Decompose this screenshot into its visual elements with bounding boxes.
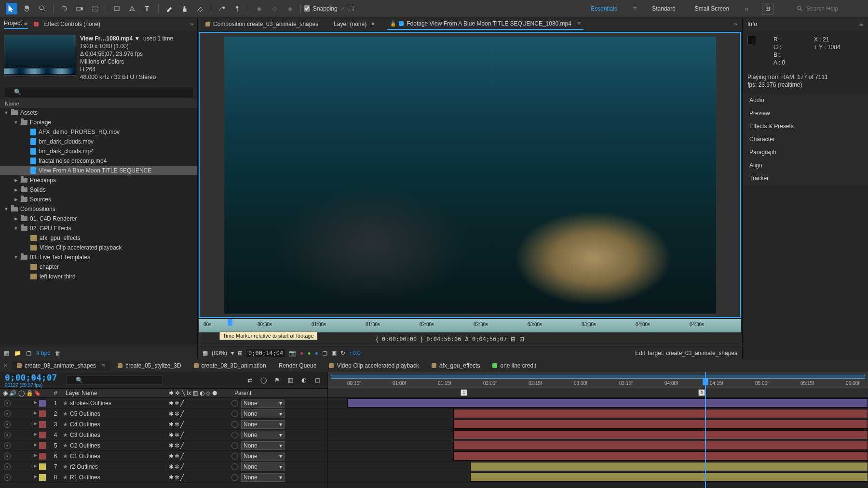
tree-item[interactable]: ▼Compositions — [0, 204, 197, 214]
tree-item[interactable]: bm_dark_clouds.mov — [0, 137, 197, 146]
track[interactable] — [328, 409, 868, 419]
twisty-icon[interactable]: ▶ — [14, 187, 18, 192]
tree-item[interactable]: ▶01. C4D Renderer — [0, 214, 197, 224]
timeline-tab[interactable]: one line credit — [488, 361, 541, 370]
tab-close-icon[interactable]: × — [4, 362, 7, 369]
snapshot-icon[interactable]: 📷 — [289, 350, 296, 356]
workspace-essentials[interactable]: Essentials — [587, 3, 621, 14]
tree-item[interactable]: ▼02. GPU Effects — [0, 224, 197, 233]
workspace-standard[interactable]: Standard — [648, 3, 679, 14]
parent-dropdown[interactable]: None▾ — [241, 462, 285, 471]
tree-header-name[interactable]: Name — [0, 99, 197, 108]
layer-row[interactable]: ▶ 7 ★r2 Outlines ✱✲╱ None▾ — [0, 462, 327, 472]
eraser-tool[interactable] — [194, 3, 206, 14]
resolution-icon[interactable]: ⊞ — [238, 350, 243, 356]
roto-brush-tool[interactable] — [216, 3, 228, 14]
visibility-toggle[interactable] — [4, 410, 11, 417]
visibility-toggle[interactable] — [4, 432, 11, 438]
tree-item[interactable]: ▶Sources — [0, 195, 197, 204]
mag-ratio-dropdown[interactable]: (83%) — [212, 350, 227, 356]
viewer-tab[interactable]: Layer (none)× — [331, 19, 378, 29]
parent-dropdown[interactable]: None▾ — [241, 399, 285, 408]
clip[interactable] — [470, 473, 868, 482]
track[interactable] — [328, 440, 868, 451]
workspace-small-screen[interactable]: Small Screen — [691, 3, 733, 14]
world-axis-mode[interactable]: ◇ — [269, 3, 280, 14]
timeline-tab[interactable]: create_03_animate_shapes≡ — [12, 361, 110, 370]
pickwhip-icon[interactable] — [231, 442, 238, 449]
panel-header-character[interactable]: Character — [743, 133, 868, 145]
visibility-toggle[interactable] — [4, 442, 11, 449]
twisty-icon[interactable]: ▼ — [4, 110, 9, 115]
type-tool[interactable]: T — [142, 3, 153, 14]
comp-marker[interactable]: 1 — [461, 389, 467, 396]
brush-tool[interactable] — [163, 3, 175, 14]
overlay-edit-icon[interactable]: ⊡ — [519, 336, 524, 343]
puppet-pin-tool[interactable] — [231, 3, 243, 14]
track[interactable] — [328, 462, 868, 472]
timeline-ruler[interactable]: 00:15f01:00f01:15f02:00f02:15f03:00f03:1… — [328, 372, 868, 388]
exposure-value[interactable]: +0.0 — [349, 350, 361, 356]
rectangle-tool[interactable] — [111, 3, 122, 14]
local-axis-mode[interactable]: ◆ — [253, 3, 265, 14]
out-point-tc[interactable]: 0:04:56:06 — [426, 336, 461, 343]
track[interactable] — [328, 472, 868, 483]
motion-blur-icon[interactable]: ◐ — [298, 375, 309, 385]
channel-red-icon[interactable]: ● — [300, 350, 303, 356]
tree-item[interactable]: ▼03. Live Text Templates — [0, 252, 197, 262]
frame-blend-icon[interactable]: ▥ — [285, 375, 296, 385]
layer-row[interactable]: ▶ 1 ★strokes Outlines ✱✲╱ None▾ — [0, 398, 327, 409]
viewer[interactable] — [199, 32, 741, 318]
pen-tool[interactable] — [126, 3, 138, 14]
panel-header-paragraph[interactable]: Paragraph — [743, 146, 868, 158]
pickwhip-icon[interactable] — [231, 474, 238, 481]
timeline-tab[interactable]: Render Queue — [274, 361, 322, 370]
track[interactable] — [328, 451, 868, 462]
comp-marker[interactable]: 2 — [698, 389, 705, 396]
twisty-icon[interactable]: ▶ — [14, 216, 18, 221]
timeline-playhead[interactable] — [705, 372, 706, 488]
work-area-bar[interactable] — [331, 375, 865, 379]
panel-header-tracker[interactable]: Tracker — [743, 172, 868, 185]
track[interactable] — [328, 419, 868, 430]
shy-icon[interactable]: ⚑ — [271, 375, 282, 385]
viewer-tab[interactable]: 🔒Footage View From A Blue Moon TITLE SEQ… — [387, 18, 583, 30]
panel-header-preview[interactable]: Preview — [743, 107, 868, 119]
timeline-tab[interactable]: create_08_3D_animation — [189, 361, 271, 370]
label-color[interactable] — [39, 442, 46, 449]
hand-tool[interactable] — [21, 3, 33, 14]
panel-menu-icon[interactable]: ≡ — [859, 20, 863, 28]
bpc-toggle[interactable]: 8 bpc — [36, 350, 50, 356]
timeline-tab[interactable]: create_05_stylize_3D — [113, 361, 186, 370]
pickwhip-icon[interactable] — [231, 463, 238, 470]
track[interactable] — [328, 430, 868, 440]
tree-item[interactable]: Video Clip accelerated playback — [0, 243, 197, 252]
tree-item[interactable]: bm_dark_clouds.mp4 — [0, 146, 197, 156]
parent-dropdown[interactable]: None▾ — [241, 452, 285, 461]
pickwhip-icon[interactable] — [231, 432, 238, 438]
search-help[interactable] — [797, 5, 864, 12]
pickwhip-icon[interactable] — [231, 410, 238, 417]
parent-dropdown[interactable]: None▾ — [241, 420, 285, 429]
in-point-tc[interactable]: 0:00:00:00 — [382, 336, 417, 343]
pickwhip-icon[interactable] — [231, 453, 238, 460]
tree-item[interactable]: ▼Footage — [0, 118, 197, 127]
clip[interactable] — [347, 398, 868, 408]
label-color[interactable] — [39, 453, 46, 460]
ripple-insert-icon[interactable]: ⊟ — [511, 336, 515, 343]
viewer-overflow-icon[interactable]: » — [734, 21, 737, 27]
timeline-marker-track[interactable]: 12 — [328, 388, 868, 398]
new-folder-icon[interactable]: 📁 — [14, 350, 21, 356]
workspace-menu-icon[interactable]: ≡ — [633, 5, 637, 13]
project-tree[interactable]: ▼Assets▼FootageAFX_demo_PRORES_HQ.movbm_… — [0, 108, 197, 346]
label-color[interactable] — [39, 432, 46, 438]
footage-mini-timeline[interactable]: 00s00:30s01:00s01:30s02:00s02:30s03:00s0… — [199, 319, 741, 332]
tree-item[interactable]: fractal noise precomp.mp4 — [0, 156, 197, 166]
timeline-tab[interactable]: afx_gpu_effects — [427, 361, 485, 370]
visibility-toggle[interactable] — [4, 474, 11, 481]
clip[interactable] — [453, 420, 868, 429]
panel-header-audio[interactable]: Audio — [743, 94, 868, 106]
clone-stamp-tool[interactable] — [179, 3, 190, 14]
label-color[interactable] — [39, 410, 46, 417]
effect-controls-tab[interactable]: Effect Controls (none) — [44, 21, 101, 27]
